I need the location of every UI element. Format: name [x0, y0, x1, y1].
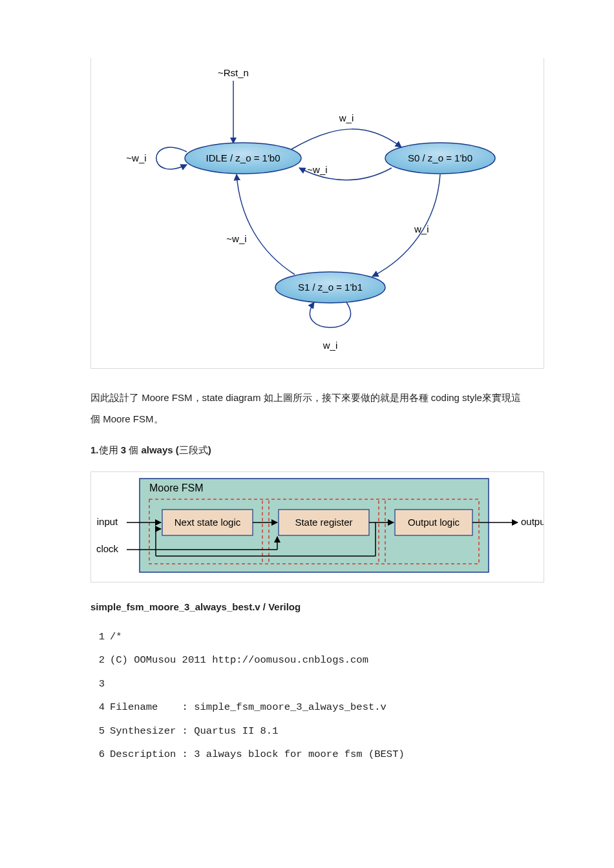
body-paragraph: 因此設計了 Moore FSM，state diagram 如上圖所示，接下來要… — [90, 387, 524, 429]
line-number: 6 — [90, 743, 105, 766]
block-diagram-svg: Moore FSM Next state logic State registe… — [91, 472, 544, 582]
block-diagram-figure: Moore FSM Next state logic State registe… — [90, 471, 544, 583]
code-line: 2(C) OOMusou 2011 http://oomusou.cnblogs… — [90, 648, 524, 672]
line-number: 4 — [90, 696, 105, 719]
code-text: /* — [110, 631, 122, 643]
code-line: 1/* — [90, 625, 524, 648]
heading-text-2: 個 — [126, 444, 141, 455]
line-number: 3 — [90, 672, 105, 696]
state-label-s1: S1 / z_o = 1'b1 — [298, 282, 363, 293]
line-number: 5 — [90, 719, 105, 743]
line-number: 1 — [90, 625, 105, 648]
edge-label-idle-to-s0: w_i — [339, 112, 354, 123]
edge-label-s1-to-idle: ~w_i — [226, 233, 246, 244]
code-line: 4Filename : simple_fsm_moore_3_always_be… — [90, 696, 524, 719]
heading-prefix: 1. — [90, 444, 99, 455]
state-label-s0: S0 / z_o = 1'b0 — [408, 152, 472, 163]
code-line: 6Description : 3 always block for moore … — [90, 743, 524, 766]
state-label-idle: IDLE / z_o = 1'b0 — [206, 152, 280, 163]
block-label-input: input — [97, 516, 118, 527]
heading-sanduan: 三段式 — [179, 444, 208, 455]
state-diagram-figure: ~Rst_n IDLE / z_o = 1'b0 S0 / z_o = 1'b0… — [90, 58, 544, 369]
code-filename-heading: simple_fsm_moore_3_always_best.v / Veril… — [90, 598, 524, 617]
line-number: 2 — [90, 648, 105, 672]
code-text: (C) OOMusou 2011 http://oomusou.cnblogs.… — [110, 654, 368, 666]
reset-label: ~Rst_n — [218, 67, 249, 78]
block-label-output: output — [521, 516, 544, 527]
edge-label-s0-to-idle: ~w_i — [307, 164, 327, 175]
code-text: Synthesizer : Quartus II 8.1 — [110, 725, 278, 737]
block-label-clock: clock — [96, 543, 119, 554]
block-label-next-state: Next state logic — [175, 517, 241, 528]
code-block: 1/* 2(C) OOMusou 2011 http://oomusou.cnb… — [90, 625, 524, 767]
heading-always-open: always ( — [141, 444, 178, 455]
heading-text-1: 使用 — [99, 444, 121, 455]
document-page: ~Rst_n IDLE / z_o = 1'b0 S0 / z_o = 1'b0… — [0, 0, 614, 805]
block-label-state-register: State register — [295, 517, 352, 528]
edge-label-s0-to-s1: w_i — [414, 223, 429, 234]
code-line: 5Synthesizer : Quartus II 8.1 — [90, 719, 524, 743]
code-text: Filename : simple_fsm_moore_3_always_bes… — [110, 701, 386, 713]
block-label-output-logic: Output logic — [408, 517, 460, 528]
edge-label-idle-self: ~w_i — [126, 152, 146, 163]
block-diagram-title: Moore FSM — [149, 482, 204, 493]
section-heading-1: 1.使用 3 個 always (三段式) — [90, 441, 524, 460]
heading-close: ) — [208, 444, 211, 455]
edge-label-s1-self: w_i — [323, 340, 338, 351]
code-line: 3 — [90, 672, 524, 696]
state-diagram-svg: ~Rst_n IDLE / z_o = 1'b0 S0 / z_o = 1'b0… — [91, 58, 544, 368]
heading-three: 3 — [121, 444, 126, 455]
code-text: Description : 3 always block for moore f… — [110, 749, 405, 760]
